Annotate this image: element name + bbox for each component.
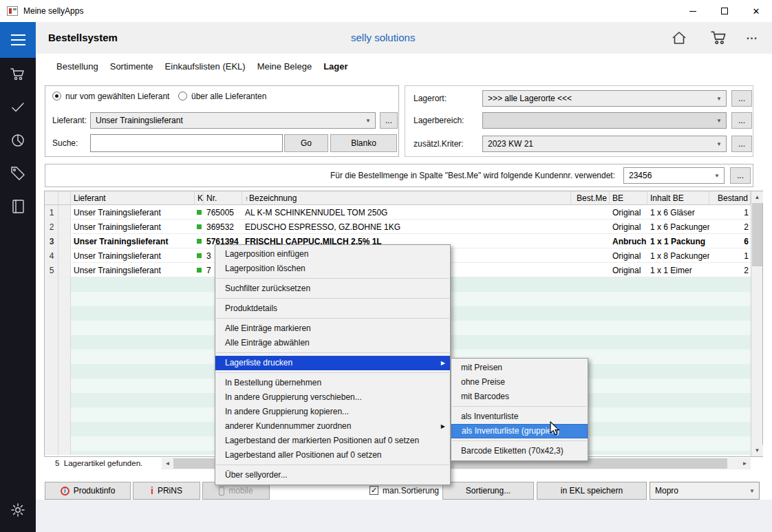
lieferant-more-button[interactable]: ...	[380, 112, 398, 129]
scroll-up-arrow[interactable]: ▲	[751, 191, 763, 203]
cell: 2	[709, 263, 751, 277]
app-icon	[7, 6, 18, 16]
menu-item-produktdetails[interactable]: Produktdetails	[215, 301, 450, 316]
close-button[interactable]: ✕	[740, 0, 772, 22]
produktinfo-button[interactable]: i Produktinfo	[45, 482, 131, 500]
cell: Original	[610, 220, 647, 233]
tab-sortimente[interactable]: Sortimente	[110, 61, 153, 72]
submenu-arrow-icon: ▶	[441, 419, 445, 434]
column-header-nr[interactable]: Nr.	[204, 191, 242, 205]
menu-item-in-bestellung-übernehmen[interactable]: In Bestellung übernehmen	[215, 376, 450, 390]
ekl-speichern-button[interactable]: in EKL speichern	[537, 482, 647, 500]
column-header-blank[interactable]	[58, 191, 71, 205]
search-input[interactable]	[90, 134, 283, 152]
cell	[45, 393, 58, 407]
sidebar-item-statistics[interactable]	[0, 124, 36, 157]
sortierung-button[interactable]: Sortierung...	[442, 482, 534, 500]
kundennr-select[interactable]: 23456 ▼	[623, 167, 725, 184]
radio-all-suppliers[interactable]: über alle Lieferanten	[178, 92, 266, 101]
cell	[58, 220, 71, 233]
sidebar-item-tags[interactable]	[0, 157, 36, 190]
home-button[interactable]	[669, 28, 689, 47]
cell	[45, 321, 58, 335]
menu-item-in-andere-gruppierung-verschieben[interactable]: In andere Gruppierung verschieben...	[215, 390, 450, 405]
column-header-be[interactable]: BE	[610, 191, 647, 205]
cart-icon	[710, 29, 728, 47]
lagerbereich-more-button[interactable]: ...	[731, 112, 752, 129]
tab-lager[interactable]: Lager	[323, 61, 347, 72]
menu-item-mit-preisen[interactable]: mit Preisen	[451, 361, 588, 375]
cell	[58, 248, 71, 262]
menu-item-mit-barcodes[interactable]: mit Barcodes	[451, 390, 588, 404]
menu-button[interactable]	[0, 22, 36, 58]
lagerort-more-button[interactable]: ...	[731, 90, 752, 107]
column-header-inhalt-be[interactable]: Inhalt BE	[647, 191, 709, 205]
tab-meine-belege[interactable]: Meine Belege	[257, 61, 312, 72]
tab-bestellung[interactable]: Bestellung	[56, 61, 98, 72]
menu-item-barcode-etiketten-70x42-3[interactable]: Barcode Etiketten (70x42,3)	[451, 444, 588, 458]
home-icon	[671, 30, 687, 46]
menu-item-lagerposition-einfügen[interactable]: Lagerposition einfügen	[215, 247, 450, 262]
scroll-left-arrow[interactable]: ◄	[162, 458, 173, 469]
menu-item-label: Lagerbestand aller Positionen auf 0 setz…	[225, 450, 382, 460]
column-header-k[interactable]: K	[195, 191, 204, 205]
radio-own-supplier[interactable]: nur vom gewählten Lieferant	[52, 92, 169, 101]
sidebar-item-cart[interactable]	[0, 58, 36, 91]
column-header-blank[interactable]	[45, 191, 58, 205]
cell	[571, 220, 610, 233]
pie-chart-icon	[10, 132, 26, 149]
menu-item-lagerbestand-der-markierten-positionen-auf-0-setzen[interactable]: Lagerbestand der markierten Positionen a…	[215, 434, 450, 448]
radio-icon	[52, 92, 61, 100]
menu-item-als-inventurliste-gruppiert[interactable]: als Inventurliste (gruppiert)	[451, 424, 588, 438]
column-header-bestand[interactable]: Bestand	[709, 191, 751, 205]
chevron-down-icon: ▼	[716, 96, 722, 102]
cell: 1	[709, 205, 751, 219]
menu-item-lagerposition-löschen[interactable]: Lagerposition löschen	[215, 262, 450, 276]
minimize-button[interactable]	[677, 0, 709, 22]
cell: 1 x 6 Gläser	[647, 205, 709, 219]
cell: 1	[709, 248, 751, 262]
man-sortierung-checkbox[interactable]	[369, 486, 378, 495]
cart-icon	[10, 66, 26, 83]
book-icon	[10, 198, 26, 215]
menu-item-alle-einträge-markieren[interactable]: Alle Einträge markieren	[215, 321, 450, 336]
prins-button[interactable]: i PRiNS	[133, 482, 200, 500]
menu-item-als-inventurliste[interactable]: als Inventurliste	[451, 409, 588, 424]
kriterium-select[interactable]: 2023 KW 21 ▼	[482, 136, 727, 152]
sidebar-item-checklist[interactable]	[0, 91, 36, 124]
mopro-select[interactable]: Mopro ▼	[650, 482, 760, 500]
vertical-scrollbar[interactable]: ▲ ▼	[751, 191, 762, 456]
blanko-button[interactable]: Blanko	[330, 134, 397, 152]
cell	[58, 379, 71, 393]
column-header-best-me[interactable]: Best.Me	[571, 191, 610, 205]
menu-item-suchfilter-zurücksetzen[interactable]: Suchfilter zurücksetzen	[215, 281, 450, 296]
maximize-button[interactable]	[709, 0, 740, 22]
column-header-bezeichnung[interactable]: ↑Bezeichnung	[242, 191, 571, 205]
chevron-down-icon: ▼	[714, 173, 720, 179]
menu-item-lagerliste-drucken[interactable]: Lagerliste drucken▶	[215, 356, 450, 370]
go-button[interactable]: Go	[284, 134, 328, 152]
menu-item-alle-einträge-abwählen[interactable]: Alle Einträge abwählen	[215, 336, 450, 350]
header-cart-button[interactable]	[709, 28, 729, 47]
scroll-down-arrow[interactable]: ▼	[751, 445, 763, 456]
lieferant-select[interactable]: Unser Trainingslieferant ▼	[90, 112, 376, 129]
kriterium-more-button[interactable]: ...	[731, 136, 752, 152]
menu-item-lagerbestand-aller-positionen-auf-0-setzen[interactable]: Lagerbestand aller Positionen auf 0 setz…	[215, 448, 450, 462]
menu-item-in-andere-gruppierung-kopieren[interactable]: In andere Gruppierung kopieren...	[215, 405, 450, 419]
menu-item-anderer-kundennummer-zuordnen[interactable]: anderer Kundennummer zuordnen▶	[215, 419, 450, 434]
table-row[interactable]: 1Unser Trainingslieferant765005AL K-M SC…	[45, 205, 751, 220]
vertical-scroll-thumb[interactable]	[752, 203, 762, 266]
kundennr-more-button[interactable]: ...	[730, 167, 751, 184]
lagerort-value: >>> alle Lagerorte <<<	[488, 94, 572, 103]
brand: selly solutions	[351, 32, 415, 43]
column-header-lieferant[interactable]: Lieferant	[71, 191, 195, 205]
table-row[interactable]: 2Unser Trainingslieferant369532EDUSCHO E…	[45, 220, 751, 234]
tab-einkaufslisten-ekl[interactable]: Einkaufslisten (EKL)	[165, 61, 246, 72]
menu-item-ohne-preise[interactable]: ohne Preise	[451, 375, 588, 390]
more-button[interactable]: ...	[742, 26, 762, 45]
sidebar-item-settings[interactable]	[0, 493, 36, 526]
menu-item-über-sellyorder[interactable]: Über sellyorder...	[215, 468, 450, 482]
sidebar-item-catalog[interactable]	[0, 190, 36, 223]
lagerort-select[interactable]: >>> alle Lagerorte <<< ▼	[482, 90, 727, 107]
scroll-right-arrow[interactable]: ►	[739, 458, 751, 469]
